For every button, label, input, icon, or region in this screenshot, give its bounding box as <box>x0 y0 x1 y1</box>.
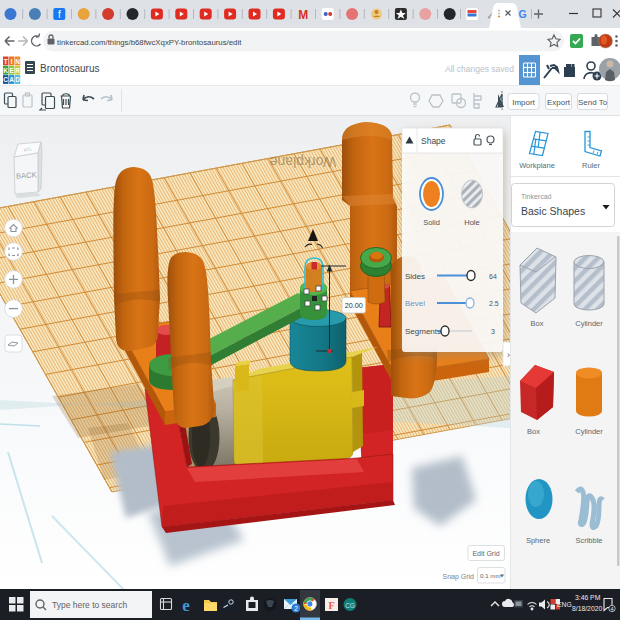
svg-text:T: T <box>4 58 8 65</box>
svg-text:All changes saved: All changes saved <box>445 64 514 74</box>
svg-text:Shape: Shape <box>421 136 446 146</box>
svg-text:Snap Grid: Snap Grid <box>442 573 474 581</box>
svg-text:N: N <box>15 58 20 65</box>
svg-text:Cylinder: Cylinder <box>575 319 603 328</box>
svg-text:M: M <box>298 8 308 22</box>
svg-text:Import: Import <box>512 98 535 107</box>
svg-text:Edit Grid: Edit Grid <box>472 550 499 557</box>
svg-text:CG: CG <box>345 602 355 609</box>
svg-text:Scribble: Scribble <box>575 536 602 545</box>
svg-text:D: D <box>15 76 20 83</box>
svg-text:R: R <box>15 67 20 74</box>
svg-text:2.5: 2.5 <box>489 300 499 307</box>
svg-text:F: F <box>328 600 334 611</box>
svg-text:Workplane: Workplane <box>519 161 555 170</box>
svg-text:K: K <box>3 67 8 74</box>
svg-text:tinkercad.com/things/b68fwcXqx: tinkercad.com/things/b68fwcXqxPY-brontos… <box>57 38 242 47</box>
svg-text:3: 3 <box>491 328 495 335</box>
svg-text:Solid: Solid <box>423 218 440 227</box>
svg-text:f: f <box>58 9 61 20</box>
svg-text:A: A <box>9 76 14 83</box>
svg-text:C: C <box>3 76 8 83</box>
svg-text:4: 4 <box>610 606 613 612</box>
svg-text:2: 2 <box>294 605 298 612</box>
svg-text:Basic Shapes: Basic Shapes <box>521 205 585 217</box>
svg-text:Ruler: Ruler <box>582 161 600 170</box>
svg-text:BACK: BACK <box>16 170 37 180</box>
svg-text:Brontosaurus: Brontosaurus <box>40 63 99 74</box>
svg-text:Bevel: Bevel <box>405 299 425 308</box>
svg-text:3:46 PM: 3:46 PM <box>575 594 601 601</box>
svg-text:ENG: ENG <box>557 601 572 608</box>
svg-text:G: G <box>519 8 527 20</box>
svg-text:Box: Box <box>531 319 544 328</box>
svg-text:Sphere: Sphere <box>526 536 550 545</box>
svg-text:20.00: 20.00 <box>345 301 363 310</box>
svg-text:Export: Export <box>547 98 571 107</box>
svg-text:Type here to search: Type here to search <box>52 600 127 610</box>
svg-text:I: I <box>11 58 13 65</box>
svg-text:64: 64 <box>489 273 497 280</box>
svg-text:Tinkercad: Tinkercad <box>521 193 552 200</box>
svg-text:›: › <box>507 350 510 360</box>
svg-text:8/18/2020: 8/18/2020 <box>572 605 602 612</box>
svg-text:Sides: Sides <box>405 272 425 281</box>
svg-text:e: e <box>182 596 190 615</box>
svg-text:Box: Box <box>527 427 540 436</box>
svg-text:Send To: Send To <box>578 98 608 107</box>
svg-text:Hole: Hole <box>464 218 479 227</box>
svg-text:0.1 mm: 0.1 mm <box>480 572 501 579</box>
svg-text:E: E <box>9 67 14 74</box>
svg-text:Segments: Segments <box>405 327 441 336</box>
svg-text:Cylinder: Cylinder <box>575 427 603 436</box>
svg-text:Workplane: Workplane <box>269 154 336 170</box>
